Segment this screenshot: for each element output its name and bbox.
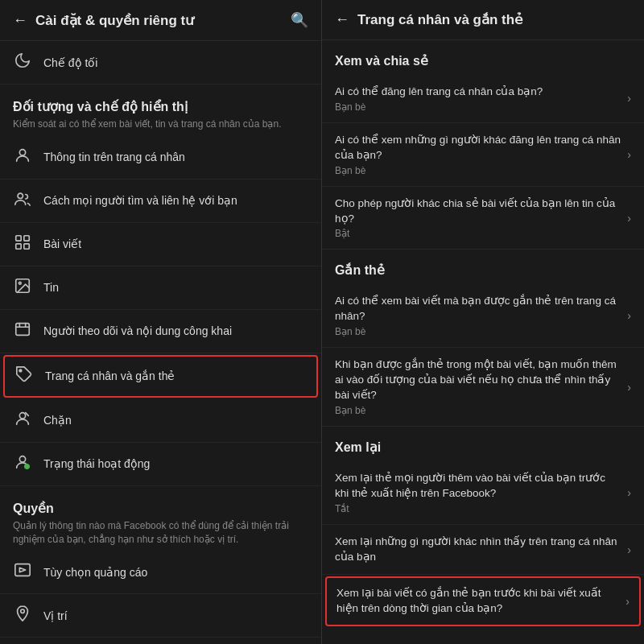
right-item-add-audience-content: Khi bạn được gắn thẻ trong một bài viết,… bbox=[335, 357, 627, 416]
ads-icon bbox=[13, 561, 32, 583]
activity-icon bbox=[13, 453, 32, 475]
permissions-section-title: Quyền bbox=[13, 501, 308, 516]
svg-rect-8 bbox=[16, 323, 30, 335]
svg-rect-4 bbox=[16, 244, 21, 249]
review-title: Xem lại bbox=[322, 427, 644, 461]
chevron-icon-3: › bbox=[627, 309, 631, 322]
right-item-review-profile[interactable]: Xem lại những gì người khác nhìn thấy tr… bbox=[322, 525, 644, 576]
right-item-add-audience[interactable]: Khi bạn được gắn thẻ trong một bài viết,… bbox=[322, 348, 644, 427]
right-item-who-see-tags[interactable]: Ai có thể xem bài viết mà bạn được gắn t… bbox=[322, 284, 644, 348]
right-item-add-audience-sublabel: Bạn bè bbox=[335, 405, 621, 416]
right-back-button[interactable]: ← bbox=[335, 11, 349, 28]
menu-label-profile-tags: Trang cá nhân và gắn thẻ bbox=[45, 369, 175, 382]
moon-icon bbox=[13, 52, 32, 73]
right-item-who-see-others-content: Ai có thể xem những gì người khác đăng l… bbox=[335, 133, 627, 176]
dark-mode-label: Chế độ tối bbox=[43, 56, 97, 69]
right-item-review-tags-label: Xem lại thẻ mọi người thêm vào bài viết … bbox=[335, 471, 621, 502]
menu-item-followers[interactable]: Người theo dõi và nội dung công khai bbox=[0, 310, 321, 353]
menu-item-posts[interactable]: Bài viết bbox=[0, 223, 321, 266]
svg-point-15 bbox=[21, 609, 25, 613]
right-item-who-see-tags-label: Ai có thể xem bài viết mà bạn được gắn t… bbox=[335, 294, 621, 324]
chevron-icon-5: › bbox=[627, 486, 631, 499]
right-item-who-post-sublabel: Bạn bè bbox=[335, 101, 621, 113]
left-panel-title: Cài đặt & quyền riêng tư bbox=[35, 12, 194, 29]
menu-item-find-contact[interactable]: Cách mọi người tìm và liên hệ với bạn bbox=[0, 180, 321, 223]
right-item-who-see-tags-sublabel: Bạn bè bbox=[335, 326, 621, 337]
right-item-allow-share-content: Cho phép người khác chia sẻ bài viết của… bbox=[335, 196, 627, 240]
right-header-left: ← Trang cá nhân và gắn thẻ bbox=[335, 11, 522, 28]
right-item-review-tagged[interactable]: Xem lại bài viết có gắn thẻ bạn trước kh… bbox=[325, 576, 641, 626]
svg-rect-14 bbox=[15, 564, 30, 576]
svg-point-12 bbox=[19, 456, 25, 461]
chevron-icon-2: › bbox=[627, 212, 631, 225]
tag-icon bbox=[14, 365, 34, 387]
left-header: ← Cài đặt & quyền riêng tư 🔍 bbox=[0, 0, 321, 41]
right-item-who-see-others-label: Ai có thể xem những gì người khác đăng l… bbox=[335, 133, 621, 163]
menu-label-ads: Tùy chọn quảng cáo bbox=[43, 566, 147, 579]
chevron-icon-1: › bbox=[627, 148, 631, 161]
menu-label-activity: Trạng thái hoạt động bbox=[43, 457, 150, 470]
chevron-icon-4: › bbox=[627, 381, 631, 394]
svg-rect-2 bbox=[16, 236, 21, 241]
left-back-button[interactable]: ← bbox=[13, 12, 27, 29]
svg-point-0 bbox=[19, 149, 25, 155]
menu-label-block: Chặn bbox=[43, 414, 72, 427]
follow-icon bbox=[13, 320, 32, 342]
svg-point-1 bbox=[18, 193, 23, 198]
menu-item-location[interactable]: Vị trí bbox=[0, 594, 321, 638]
menu-label-location: Vị trí bbox=[43, 609, 68, 622]
svg-rect-5 bbox=[24, 244, 29, 249]
right-item-who-post-content: Ai có thể đăng lên trang cá nhân của bạn… bbox=[335, 85, 627, 113]
audience-section-desc: Kiểm soát ai có thể xem bài viết, tin và… bbox=[13, 118, 308, 131]
right-item-review-profile-content: Xem lại những gì người khác nhìn thấy tr… bbox=[335, 535, 627, 565]
menu-item-block[interactable]: Chặn bbox=[0, 399, 321, 443]
menu-item-activity[interactable]: Trạng thái hoạt động bbox=[0, 443, 321, 486]
person-icon bbox=[13, 147, 32, 168]
right-item-allow-share-sublabel: Bật bbox=[335, 228, 621, 239]
chevron-icon-6: › bbox=[627, 543, 631, 556]
audience-section-title: Đối tượng và chế độ hiển thị bbox=[13, 99, 308, 114]
right-item-who-post-label: Ai có thể đăng lên trang cá nhân của bạn… bbox=[335, 85, 621, 100]
menu-item-ads[interactable]: Tùy chọn quảng cáo bbox=[0, 551, 321, 594]
menu-label-followers: Người theo dõi và nội dung công khai bbox=[43, 324, 232, 337]
right-item-who-see-others-sublabel: Bạn bè bbox=[335, 165, 621, 176]
menu-item-stories[interactable]: Tin bbox=[0, 266, 321, 310]
chevron-icon-7: › bbox=[625, 595, 630, 608]
right-item-who-post[interactable]: Ai có thể đăng lên trang cá nhân của bạn… bbox=[322, 75, 644, 123]
right-item-add-audience-label: Khi bạn được gắn thẻ trong một bài viết,… bbox=[335, 357, 621, 403]
right-panel-title: Trang cá nhân và gắn thẻ bbox=[357, 11, 522, 28]
left-panel: ← Cài đặt & quyền riêng tư 🔍 Chế độ tối … bbox=[0, 0, 322, 644]
audience-section-header: Đối tượng và chế độ hiển thị Kiểm soát a… bbox=[0, 85, 321, 136]
menu-label-posts: Bài viết bbox=[43, 237, 81, 250]
right-item-allow-share-label: Cho phép người khác chia sẻ bài viết của… bbox=[335, 196, 621, 227]
grid-icon bbox=[13, 233, 32, 255]
chevron-icon-0: › bbox=[627, 92, 631, 105]
right-item-allow-share[interactable]: Cho phép người khác chia sẻ bài viết của… bbox=[322, 187, 644, 250]
people-icon bbox=[13, 190, 32, 212]
right-header: ← Trang cá nhân và gắn thẻ bbox=[322, 0, 644, 40]
dark-mode-item[interactable]: Chế độ tối bbox=[0, 41, 321, 85]
right-panel: ← Trang cá nhân và gắn thẻ Xem và chia s… bbox=[322, 0, 644, 644]
right-item-review-tags-content: Xem lại thẻ mọi người thêm vào bài viết … bbox=[335, 471, 627, 514]
tagging-title: Gắn thẻ bbox=[322, 250, 644, 284]
image-icon bbox=[13, 277, 32, 299]
right-item-review-tags[interactable]: Xem lại thẻ mọi người thêm vào bài viết … bbox=[322, 461, 644, 525]
menu-item-profile-info[interactable]: Thông tin trên trang cá nhân bbox=[0, 136, 321, 180]
left-header-left: ← Cài đặt & quyền riêng tư bbox=[13, 12, 194, 29]
svg-point-13 bbox=[25, 464, 30, 469]
menu-label-find-contact: Cách mọi người tìm và liên hệ với bạn bbox=[43, 194, 237, 207]
right-item-who-see-tags-content: Ai có thể xem bài viết mà bạn được gắn t… bbox=[335, 294, 627, 337]
menu-item-profile-tags[interactable]: Trang cá nhân và gắn thẻ bbox=[3, 355, 318, 398]
right-item-review-profile-label: Xem lại những gì người khác nhìn thấy tr… bbox=[335, 535, 621, 565]
menu-label-profile-info: Thông tin trên trang cá nhân bbox=[43, 151, 185, 163]
svg-point-7 bbox=[19, 282, 21, 284]
right-item-review-tagged-label: Xem lại bài viết có gắn thẻ bạn trước kh… bbox=[336, 586, 619, 617]
view-share-title: Xem và chia sẻ bbox=[322, 40, 644, 75]
right-item-who-see-others[interactable]: Ai có thể xem những gì người khác đăng l… bbox=[322, 123, 644, 187]
block-icon bbox=[13, 410, 32, 431]
search-button[interactable]: 🔍 bbox=[291, 11, 308, 29]
right-item-review-tagged-content: Xem lại bài viết có gắn thẻ bạn trước kh… bbox=[336, 586, 625, 617]
permissions-section-header: Quyền Quản lý thông tin nào mà Facebook … bbox=[0, 486, 321, 551]
svg-rect-3 bbox=[24, 236, 29, 241]
location-icon bbox=[13, 605, 32, 626]
